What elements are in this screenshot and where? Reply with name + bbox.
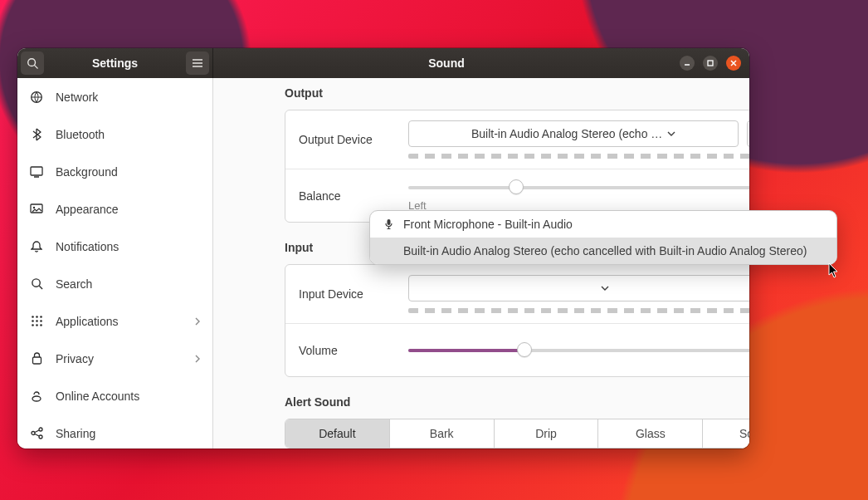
maximize-icon: [706, 59, 714, 67]
alert-option-drip[interactable]: Drip: [494, 419, 598, 448]
chevron-right-icon: [194, 315, 201, 328]
sidebar-title: Settings: [47, 56, 183, 70]
alert-option-default[interactable]: Default: [285, 419, 389, 448]
titlebar-left: Settings: [17, 48, 213, 78]
sidebar-item-online-accounts[interactable]: Online Accounts: [17, 377, 212, 414]
dropdown-option-label: Built-in Audio Analog Stereo (echo cance…: [403, 244, 807, 257]
svg-point-24: [40, 324, 42, 326]
alert-option-glass[interactable]: Glass: [597, 419, 702, 448]
svg-point-26: [39, 428, 42, 431]
sidebar-item-label: Network: [56, 91, 201, 104]
sidebar-item-label: Appearance: [56, 203, 201, 216]
svg-point-21: [40, 320, 42, 322]
svg-rect-10: [31, 167, 42, 175]
input-panel: Input Device Volume: [285, 264, 749, 377]
svg-point-22: [32, 324, 34, 326]
svg-rect-25: [32, 357, 41, 364]
svg-line-29: [35, 430, 39, 433]
appearance-icon: [29, 202, 44, 217]
sidebar-item-search[interactable]: Search: [17, 265, 212, 302]
output-device-row: Output Device Built-in Audio Analog Ster…: [285, 110, 749, 169]
search-icon: [29, 277, 44, 292]
svg-point-17: [36, 316, 38, 318]
balance-label: Balance: [299, 189, 408, 203]
input-volume-slider[interactable]: [408, 342, 749, 359]
applications-icon: [29, 314, 44, 329]
maximize-button[interactable]: [703, 56, 718, 71]
hamburger-menu-button[interactable]: [186, 51, 209, 75]
sidebar-item-label: Privacy: [56, 352, 183, 365]
dropdown-option-label: Front Microphone - Built-in Audio: [403, 218, 573, 231]
chevron-right-icon: [194, 352, 201, 365]
search-button[interactable]: [21, 51, 44, 75]
alert-option-sonar[interactable]: Sonar: [702, 419, 749, 448]
input-device-dropdown: Front Microphone - Built-in AudioBuilt-i…: [369, 210, 837, 265]
sidebar-item-notifications[interactable]: Notifications: [17, 228, 212, 265]
output-device-value: Built-in Audio Analog Stereo (echo …: [471, 127, 662, 140]
svg-rect-6: [708, 61, 713, 66]
sidebar-item-label: Applications: [56, 315, 183, 328]
svg-point-23: [36, 324, 38, 326]
sidebar-item-privacy[interactable]: Privacy: [17, 340, 212, 377]
svg-point-19: [32, 320, 34, 322]
input-device-combo[interactable]: [408, 275, 749, 301]
input-level-meter: [408, 308, 749, 313]
svg-point-27: [32, 432, 35, 435]
alert-sound-segmented: DefaultBarkDripGlassSonar: [285, 419, 749, 449]
sidebar-item-background[interactable]: Background: [17, 153, 212, 190]
sidebar-item-label: Notifications: [56, 240, 201, 253]
sidebar: NetworkBluetoothBackgroundAppearanceNoti…: [17, 78, 213, 449]
alert-option-bark[interactable]: Bark: [389, 419, 494, 448]
svg-point-14: [32, 279, 39, 287]
sidebar-item-label: Sharing: [56, 427, 201, 440]
titlebar: Settings Sound: [17, 48, 749, 78]
chevron-down-icon: [667, 131, 675, 136]
minimize-button[interactable]: [680, 56, 695, 71]
close-icon: [729, 59, 738, 67]
svg-point-16: [32, 316, 34, 318]
sidebar-item-appearance[interactable]: Appearance: [17, 190, 212, 228]
close-button[interactable]: [726, 56, 741, 71]
svg-point-20: [36, 320, 38, 322]
svg-line-1: [35, 66, 38, 69]
svg-line-30: [35, 434, 39, 437]
output-device-label: Output Device: [299, 133, 408, 146]
output-panel: Output Device Built-in Audio Analog Ster…: [285, 110, 749, 223]
svg-line-15: [39, 286, 42, 289]
balance-slider[interactable]: [408, 179, 749, 196]
search-icon: [27, 57, 38, 69]
output-level-meter: [408, 154, 749, 159]
input-device-label: Input Device: [299, 287, 408, 301]
svg-point-18: [40, 316, 42, 318]
input-device-option[interactable]: Built-in Audio Analog Stereo (echo cance…: [370, 238, 836, 264]
input-device-row: Input Device: [285, 265, 749, 323]
minimize-icon: [683, 59, 691, 67]
bluetooth-icon: [29, 127, 44, 142]
sidebar-item-applications[interactable]: Applications: [17, 302, 212, 340]
sidebar-item-label: Background: [56, 165, 201, 179]
svg-point-28: [39, 435, 42, 439]
sidebar-item-network[interactable]: Network: [17, 78, 212, 115]
output-device-combo[interactable]: Built-in Audio Analog Stereo (echo …: [408, 120, 739, 147]
window-controls: [680, 56, 749, 71]
input-volume-label: Volume: [299, 344, 408, 357]
test-button[interactable]: Test: [747, 120, 749, 147]
microphone-icon: [382, 218, 395, 230]
sidebar-item-label: Search: [56, 277, 201, 291]
network-icon: [29, 90, 44, 105]
input-device-option[interactable]: Front Microphone - Built-in Audio: [370, 211, 836, 238]
sidebar-item-sharing[interactable]: Sharing: [17, 414, 212, 449]
notifications-icon: [29, 239, 44, 254]
page-title: Sound: [213, 56, 680, 70]
background-icon: [29, 164, 44, 179]
svg-point-13: [33, 206, 35, 208]
alert-section-header: Alert Sound: [285, 395, 736, 409]
titlebar-right: Sound: [213, 48, 749, 78]
svg-rect-31: [387, 219, 390, 225]
input-volume-row: Volume: [285, 323, 749, 376]
chevron-down-icon: [601, 286, 609, 291]
hamburger-icon: [192, 58, 203, 68]
sharing-icon: [29, 426, 44, 441]
sidebar-item-bluetooth[interactable]: Bluetooth: [17, 115, 212, 153]
sidebar-item-label: Online Accounts: [56, 390, 201, 403]
